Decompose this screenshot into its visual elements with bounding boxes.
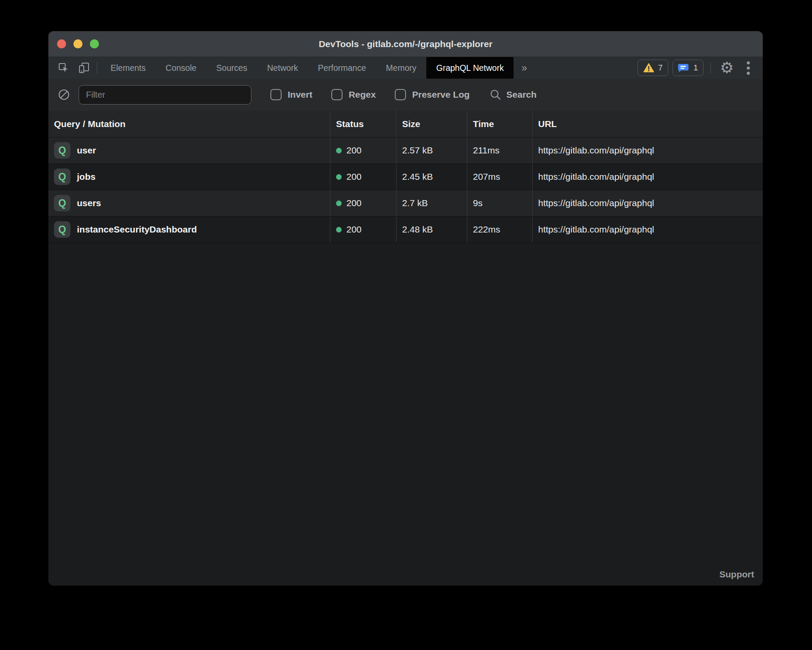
table-body: Q user 200 2.57 kB 211ms https://gitlab.…: [48, 137, 763, 243]
status-ok-icon: [336, 201, 342, 206]
request-url: https://gitlab.com/api/graphql: [538, 145, 654, 156]
warning-count: 7: [658, 63, 663, 73]
invert-checkbox[interactable]: [270, 89, 282, 100]
response-size: 2.48 kB: [402, 224, 433, 235]
issues-badge[interactable]: 1: [672, 60, 704, 76]
search-button[interactable]: Search: [489, 89, 536, 101]
tab-elements[interactable]: Elements: [101, 57, 155, 79]
tab-memory[interactable]: Memory: [376, 57, 426, 79]
filter-input[interactable]: [79, 85, 251, 105]
column-label: URL: [538, 119, 557, 129]
column-header-time[interactable]: Time: [467, 111, 532, 137]
tab-label: Sources: [216, 63, 247, 73]
tab-sources[interactable]: Sources: [206, 57, 257, 79]
devtools-window: DevTools - gitlab.com/-/graphql-explorer…: [48, 31, 763, 586]
toolbar-separator: [97, 62, 97, 74]
regex-label: Regex: [349, 89, 376, 100]
response-size: 2.7 kB: [402, 198, 428, 208]
support-link[interactable]: Support: [720, 569, 754, 580]
column-header-url[interactable]: URL: [532, 111, 763, 137]
invert-label: Invert: [288, 89, 312, 100]
table-row[interactable]: Q instanceSecurityDashboard 200 2.48 kB …: [48, 217, 763, 243]
table-row[interactable]: Q user 200 2.57 kB 211ms https://gitlab.…: [48, 137, 763, 164]
preserve-log-checkbox-group: Preserve Log: [395, 89, 469, 100]
response-size: 2.45 kB: [402, 172, 433, 182]
request-url: https://gitlab.com/api/graphql: [538, 198, 654, 208]
invert-checkbox-group: Invert: [270, 89, 312, 100]
toolbar-right: 7 1 ⚙: [638, 57, 763, 79]
tab-label: Network: [267, 63, 298, 73]
tab-label: Performance: [318, 63, 366, 73]
column-label: Time: [473, 119, 494, 129]
status-code: 200: [346, 198, 362, 208]
response-time: 222ms: [473, 224, 500, 235]
query-name: user: [77, 145, 96, 156]
query-badge: Q: [54, 221, 70, 238]
table-row[interactable]: Q jobs 200 2.45 kB 207ms https://gitlab.…: [48, 164, 763, 190]
table-row[interactable]: Q users 200 2.7 kB 9s https://gitlab.com…: [48, 190, 763, 217]
toolbar-left-icons: [48, 57, 93, 79]
search-label: Search: [506, 89, 536, 100]
tab-label: GraphQL Network: [436, 63, 504, 73]
status-ok-icon: [336, 174, 342, 180]
warnings-badge[interactable]: 7: [638, 60, 669, 76]
response-time: 211ms: [473, 145, 499, 156]
status-ok-icon: [336, 227, 342, 233]
regex-checkbox-group: Regex: [331, 89, 376, 100]
more-tabs-chevron-icon[interactable]: »: [514, 57, 535, 79]
status-ok-icon: [336, 148, 342, 153]
status-code: 200: [346, 172, 362, 182]
query-name: instanceSecurityDashboard: [77, 224, 197, 235]
column-header-status[interactable]: Status: [330, 111, 396, 137]
column-label: Size: [402, 119, 420, 129]
status-code: 200: [346, 145, 362, 156]
warning-triangle-icon: [643, 63, 654, 73]
table-header: Query / Mutation Status Size Time URL: [48, 111, 763, 137]
devtools-tab-bar: Elements Console Sources Network Perform…: [48, 57, 763, 79]
tab-label: Elements: [111, 63, 146, 73]
search-icon: [489, 89, 501, 101]
column-label: Query / Mutation: [54, 119, 126, 129]
clear-filter-icon[interactable]: [58, 89, 70, 101]
more-options-icon[interactable]: [740, 61, 756, 75]
tab-network[interactable]: Network: [257, 57, 308, 79]
settings-gear-icon[interactable]: ⚙: [718, 60, 736, 76]
response-size: 2.57 kB: [402, 145, 433, 156]
chevron-label: »: [521, 62, 527, 74]
tab-performance[interactable]: Performance: [308, 57, 376, 79]
issues-chat-icon: [678, 63, 689, 73]
regex-checkbox[interactable]: [331, 89, 343, 100]
column-header-size[interactable]: Size: [396, 111, 467, 137]
query-name: jobs: [77, 172, 95, 182]
tab-console[interactable]: Console: [155, 57, 206, 79]
request-url: https://gitlab.com/api/graphql: [538, 172, 654, 182]
query-badge: Q: [54, 142, 70, 159]
query-name: users: [77, 198, 101, 208]
tab-label: Memory: [386, 63, 416, 73]
tab-label: Console: [165, 63, 197, 73]
window-title: DevTools - gitlab.com/-/graphql-explorer: [48, 39, 763, 49]
preserve-log-label: Preserve Log: [412, 89, 469, 100]
title-bar: DevTools - gitlab.com/-/graphql-explorer: [48, 31, 763, 57]
response-time: 9s: [473, 198, 482, 208]
query-badge: Q: [54, 169, 70, 185]
issue-count: 1: [693, 63, 698, 73]
toolbar-separator: [710, 62, 711, 73]
status-code: 200: [346, 224, 362, 235]
column-label: Status: [336, 119, 364, 129]
request-url: https://gitlab.com/api/graphql: [538, 224, 654, 235]
preserve-log-checkbox[interactable]: [395, 89, 406, 100]
inspect-element-icon[interactable]: [54, 59, 73, 76]
query-badge: Q: [54, 195, 70, 211]
tab-graphql-network[interactable]: GraphQL Network: [426, 57, 514, 79]
device-toolbar-icon[interactable]: [75, 59, 93, 76]
response-time: 207ms: [473, 172, 500, 182]
column-header-query-mutation[interactable]: Query / Mutation: [48, 111, 330, 137]
filter-bar: Invert Regex Preserve Log Search: [48, 79, 763, 111]
